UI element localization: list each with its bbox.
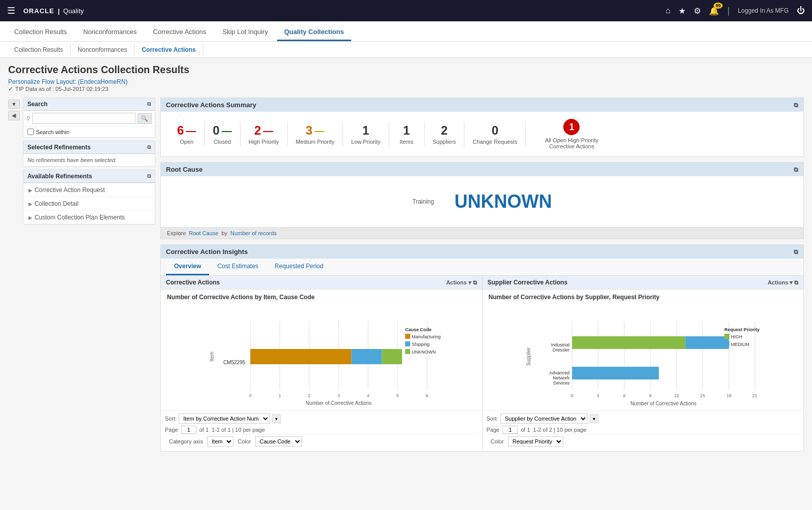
search-panel-expand[interactable]: ⧉ <box>147 101 151 107</box>
sub-tab-bar: Collection Results Nonconformances Corre… <box>0 42 812 58</box>
svg-text:Devices: Devices <box>553 380 570 386</box>
chart1-cat-label: Category axis <box>169 438 203 444</box>
subtab-corrective-actions[interactable]: Corrective Actions <box>134 43 203 56</box>
stat-high-priority: 2 — High Priority <box>241 121 288 147</box>
svg-text:Network: Network <box>553 375 570 380</box>
svg-text:Number of Corrective Actions: Number of Corrective Actions <box>306 400 371 406</box>
chart1-actions-dropdown[interactable]: ▾ <box>468 279 471 286</box>
svg-text:UNKNOWN: UNKNOWN <box>412 349 436 355</box>
hamburger-menu[interactable]: ☰ <box>7 5 15 16</box>
explore-by-label: by <box>221 230 227 236</box>
chart1-cat-select[interactable]: Item <box>207 436 233 447</box>
svg-text:4: 4 <box>367 393 369 398</box>
svg-text:18: 18 <box>726 393 731 398</box>
chart2-sort-select[interactable]: Supplier by Corrective Action <box>500 413 588 424</box>
refinement-item-1[interactable]: ▶ Collection Detail <box>23 197 155 210</box>
stat-change-requests: 0 Change Requests <box>464 121 526 147</box>
summary-expand-icon[interactable]: ⧉ <box>794 102 798 109</box>
svg-text:Supplier: Supplier <box>526 347 531 366</box>
app-name: Quality <box>63 7 84 15</box>
svg-text:3: 3 <box>596 393 599 398</box>
main-tab-bar: Collection Results Nonconformances Corre… <box>0 21 812 42</box>
chart1-actions: Actions ▾ ⧉ <box>446 279 477 286</box>
refinement-arrow-0: ▶ <box>28 187 32 193</box>
charts-row: Corrective Actions Actions ▾ ⧉ Number of… <box>161 276 803 451</box>
insight-tab-period[interactable]: Requested Period <box>266 259 331 275</box>
chart1-color-select[interactable]: Cause Code <box>255 436 302 447</box>
chart2-sort-arrow[interactable]: ▾ <box>590 415 598 423</box>
chart1-container: Item CM52295 <box>161 303 482 410</box>
top-navigation: ☰ ORACLE | Quality ⌂ ★ ⚙ 🔔 95 | Logged I… <box>0 0 812 21</box>
refinement-label-1: Collection Detail <box>35 200 79 207</box>
chart2-sort-row: Sort: Supplier by Corrective Action ▾ <box>487 413 800 424</box>
selected-refinements-panel: Selected Refinements ⧉ No refinements ha… <box>23 141 155 167</box>
svg-text:Item: Item <box>209 352 215 361</box>
subtab-nonconformances[interactable]: Nonconformances <box>71 43 134 56</box>
stat-medium-priority: 3 — Medium Priority <box>288 121 343 147</box>
chart2-panel: Supplier Corrective Actions Actions ▾ ⧉ … <box>483 276 804 451</box>
insight-tab-cost[interactable]: Cost Estimates <box>209 259 266 275</box>
settings-icon[interactable]: ⚙ <box>694 6 701 16</box>
chart1-sort-arrow[interactable]: ▾ <box>272 415 281 423</box>
tab-quality-collections[interactable]: Quality Collections <box>277 24 351 41</box>
chart2-color-select[interactable]: Request Priority <box>508 436 563 447</box>
chart1-page-input[interactable] <box>181 426 196 434</box>
svg-text:0: 0 <box>570 393 573 398</box>
filter-toggle-btn[interactable]: ▼ <box>8 100 20 109</box>
chart1-expand-btn[interactable]: ⧉ <box>473 279 477 286</box>
chart2-page-label: Page <box>487 427 500 433</box>
power-icon[interactable]: ⏻ <box>797 6 805 15</box>
available-refinements-expand[interactable]: ⧉ <box>147 173 151 179</box>
all-open-label: All Open High Priority Corrective Action… <box>536 137 607 149</box>
home-icon[interactable]: ⌂ <box>666 6 671 15</box>
svg-text:21: 21 <box>752 393 757 398</box>
filter-collapse-btn[interactable]: ◀ <box>8 111 20 120</box>
refinement-item-2[interactable]: ▶ Custom Collection Plan Elements <box>23 210 155 224</box>
favorites-icon[interactable]: ★ <box>679 6 686 16</box>
tab-corrective-actions[interactable]: Corrective Actions <box>146 24 214 41</box>
personalize-link[interactable]: Personalize Flow Layout: (EndecaHomeRN) <box>8 78 127 85</box>
stat-low-label: Low Priority <box>351 139 380 145</box>
root-cause-expand[interactable]: ⧉ <box>794 166 798 173</box>
refinement-label-0: Corrective Action Request <box>35 186 105 194</box>
svg-text:15: 15 <box>700 393 705 398</box>
chart2-expand-btn[interactable]: ⧉ <box>794 279 798 286</box>
chart1-chart-title: Number of Corrective Actions by Item, Ca… <box>161 290 482 303</box>
bar-industrial-medium <box>685 336 729 349</box>
tab-collection-results[interactable]: Collection Results <box>7 24 74 41</box>
search-panel-header: Search ⧉ <box>23 98 155 111</box>
bar-manufacturing <box>250 349 351 364</box>
selected-refinements-expand[interactable]: ⧉ <box>147 144 151 150</box>
notifications-icon[interactable]: 🔔 95 <box>709 6 719 16</box>
svg-text:Dressler: Dressler <box>552 347 569 353</box>
tip-icon: ✓ <box>8 85 13 92</box>
stat-suppliers: 2 Suppliers <box>425 121 465 147</box>
chart1-sort-select[interactable]: Item by Corrective Action Num <box>179 413 270 424</box>
stat-medium-label: Medium Priority <box>296 139 334 145</box>
chart2-page-input[interactable] <box>502 426 518 434</box>
refinement-item-0[interactable]: ▶ Corrective Action Request <box>23 183 155 197</box>
explore-by-value-link[interactable]: Number of records <box>230 230 277 236</box>
svg-text:Cause Code: Cause Code <box>405 327 431 332</box>
chart1-color-label: Color <box>238 438 251 444</box>
chart1-sort-row: Sort: Item by Corrective Action Num ▾ <box>165 413 478 424</box>
insight-tab-overview[interactable]: Overview <box>166 259 209 275</box>
tab-skip-lot[interactable]: Skip Lot Inquiry <box>215 24 275 41</box>
right-panel: Corrective Actions Summary ⧉ 6 — Open <box>160 98 804 452</box>
chart1-panel: Corrective Actions Actions ▾ ⧉ Number of… <box>161 276 483 451</box>
main-layout: ▼ ◀ Search ⧉ ⚲ <box>8 98 804 452</box>
subtab-collection-results[interactable]: Collection Results <box>7 43 71 56</box>
chart2-actions-dropdown[interactable]: ▾ <box>790 279 793 286</box>
root-cause-content: Training UNKNOWN <box>161 176 803 227</box>
search-input[interactable] <box>32 113 136 124</box>
refinement-arrow-1: ▶ <box>28 201 32 207</box>
search-button[interactable]: 🔍 <box>138 113 152 124</box>
insights-title: Corrective Action Insights <box>166 248 248 256</box>
chart2-sort-label: Sort: <box>487 416 498 422</box>
chart1-title: Corrective Actions <box>166 279 220 286</box>
explore-root-cause-link[interactable]: Root Cause <box>189 230 218 236</box>
tab-nonconformances[interactable]: Nonconformances <box>76 24 144 41</box>
search-within-checkbox[interactable] <box>27 129 34 135</box>
page-title: Corrective Actions Collection Results <box>8 64 804 76</box>
insights-expand[interactable]: ⧉ <box>794 248 798 256</box>
